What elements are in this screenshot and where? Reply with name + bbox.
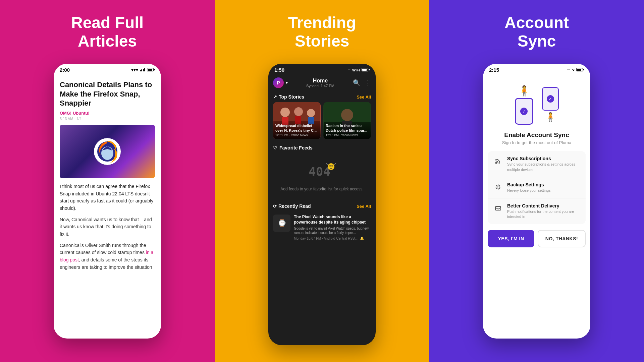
recently-read-label: ⟳ Recently Read: [273, 203, 311, 209]
signal-icon: [140, 67, 146, 72]
avatar[interactable]: P: [273, 77, 284, 88]
error-404-icon: 404: [307, 161, 337, 184]
article-body-1: I think most of us can agree that the Fi…: [60, 183, 155, 212]
no-button[interactable]: NO, THANKS!: [538, 230, 586, 247]
recently-text: The Pixel Watch sounds like a powerhouse…: [294, 215, 371, 240]
recently-read-section: ⟳ Recently Read See All ⌚ The Pixel Watc…: [268, 201, 376, 243]
empty-feeds-text: Add feeds to your favorite list for quic…: [280, 187, 363, 191]
feature-title-3: Better Content Delivery: [507, 203, 580, 208]
empty-404-icon: 404: [307, 161, 337, 181]
home-header-right: 🔍 ⋮: [353, 79, 371, 86]
feature-item-1: Sync Subscriptions Sync your subscriptio…: [488, 151, 586, 177]
article-content: Canonical Details Plans to Make the Fire…: [54, 75, 161, 339]
status-time-center: 1:50: [274, 67, 284, 73]
sync-title: Enable Account Sync: [483, 131, 590, 139]
svg-point-5: [280, 108, 290, 117]
favorite-feeds-section: ♡ Favorite Feeds 404 Add feed: [268, 143, 376, 201]
svg-point-17: [329, 165, 331, 167]
feature-desc-2: Nevery loose your settings: [507, 188, 580, 193]
phone-right: 2:15 ··· ∿ 🧍 ✓: [483, 64, 590, 339]
sync-subtitle: Sign In to get the most out of Pluma: [483, 140, 590, 145]
article-title: Canonical Details Plans to Make the Fire…: [60, 80, 155, 108]
svg-text:404: 404: [309, 165, 330, 178]
status-time-right: 2:15: [489, 67, 499, 73]
chevron-down-icon[interactable]: ▾: [286, 80, 288, 85]
feature-desc-3: Push notifications for the content you a…: [507, 209, 580, 220]
feature-item-3: Better Content Delivery Push notificatio…: [488, 198, 586, 224]
recently-desc: Google is yet to unveil Pixel Watch spec…: [294, 226, 371, 235]
status-icons-right: ··· ∿: [567, 68, 584, 72]
phone-icon-small-left: ✓: [515, 98, 533, 125]
svg-point-22: [497, 186, 499, 188]
news-card-1[interactable]: Widespread disbelief over N. Korea's tin…: [273, 102, 321, 139]
sync-illustration: 🧍 ✓ ✓ 🧍: [483, 75, 590, 131]
sync-features-list: Sync Subscriptions Sync your subscriptio…: [488, 151, 586, 224]
news-meta-1: 12:31 PM · Yahoo News: [275, 133, 318, 137]
svg-point-16: [328, 163, 334, 170]
article-body-2: Now, Canonical wants us to know that – a…: [60, 216, 155, 238]
news-headline-1: Widespread disbelief over N. Korea's tin…: [275, 123, 318, 133]
feature-title-2: Backup Settings: [507, 182, 580, 187]
feature-title-1: Sync Subscriptions: [507, 156, 580, 161]
status-icons-left: ▾▾▾: [131, 67, 155, 72]
recently-read-see-all[interactable]: See All: [357, 204, 371, 209]
news-card-2[interactable]: Racism in the ranks: Dutch police film s…: [323, 102, 371, 139]
empty-state: 404 Add feeds to your favorite list for …: [273, 154, 371, 197]
status-time-left: 2:00: [60, 67, 70, 73]
phone-center: 1:50 ··· WiFi P ▾ Home Synced: 1:47: [268, 64, 376, 345]
svg-line-20: [334, 163, 336, 165]
home-header-left: P ▾: [273, 77, 288, 88]
panel-left: Read Full Articles 2:00 ▾▾▾: [0, 0, 215, 362]
dots-icon-right: ···: [567, 68, 570, 72]
firefox-logo-icon: [91, 135, 124, 168]
recently-meta: Monday 10:07 PM · Android Central RSS...…: [294, 237, 371, 240]
svg-point-18: [331, 165, 333, 167]
article-image: [60, 125, 155, 178]
svg-point-9: [307, 109, 315, 117]
top-stories-see-all[interactable]: See All: [357, 95, 371, 100]
wifi-icon: ▾▾▾: [131, 67, 138, 72]
status-bar-right: 2:15 ··· ∿: [483, 64, 590, 75]
gear-icon: [493, 182, 503, 192]
battery-icon: [147, 68, 155, 72]
news-card-overlay-1: Widespread disbelief over N. Korea's tin…: [273, 121, 321, 139]
search-icon[interactable]: 🔍: [353, 79, 360, 86]
feature-text-2: Backup Settings Nevery loose your settin…: [507, 182, 580, 193]
trending-icon: ↗: [273, 94, 277, 100]
status-icons-center: ··· WiFi: [348, 68, 370, 72]
feature-desc-1: Sync your subscriptions & settings acros…: [507, 162, 580, 172]
article-body-3: Canonical's Oliver Smith runs through th…: [60, 242, 155, 271]
heart-icon: ♡: [273, 145, 277, 150]
check-icon-right: ✓: [547, 95, 554, 103]
svg-point-21: [495, 162, 497, 164]
svg-point-7: [294, 107, 303, 116]
panel-center: Trending Stories 1:50 ··· WiFi P ▾: [215, 0, 429, 362]
article-source: OMG! Ubuntu!: [60, 111, 155, 116]
wifi-icon-right: ∿: [572, 68, 575, 72]
dots-icon: ···: [348, 68, 351, 72]
yes-button[interactable]: YES, I'M IN: [488, 230, 534, 247]
notification-icon: 🔔: [360, 237, 364, 240]
delivery-icon: [493, 203, 503, 213]
wifi-icon-dark: WiFi: [352, 68, 360, 72]
panel-right: Account Sync 2:15 ··· ∿ 🧍: [429, 0, 644, 362]
status-bar-left: 2:00 ▾▾▾: [54, 64, 161, 75]
news-headline-2: Racism in the ranks: Dutch police film s…: [326, 123, 369, 133]
article-time: 3:13 AM · 1/4: [60, 117, 155, 121]
check-icon-left: ✓: [520, 108, 528, 115]
news-grid: Widespread disbelief over N. Korea's tin…: [268, 102, 376, 143]
recently-thumb: ⌚: [273, 215, 290, 232]
panel-right-title: Account Sync: [504, 13, 569, 50]
recently-title: The Pixel Watch sounds like a powerhouse…: [294, 215, 371, 225]
status-bar-center: 1:50 ··· WiFi: [268, 64, 376, 75]
top-stories-label: ↗ Top Stories: [273, 94, 304, 100]
battery-icon-dark: [362, 68, 370, 72]
feature-text-3: Better Content Delivery Push notificatio…: [507, 203, 580, 220]
recently-read-item[interactable]: ⌚ The Pixel Watch sounds like a powerhou…: [273, 211, 371, 243]
news-meta-2: 12:18 PM · Yahoo News: [326, 133, 369, 137]
news-card-overlay-2: Racism in the ranks: Dutch police film s…: [323, 121, 371, 139]
svg-point-13: [341, 109, 353, 121]
home-title: Home: [306, 78, 334, 84]
more-icon[interactable]: ⋮: [365, 79, 371, 86]
sync-status: Synced: 1:47 PM: [306, 84, 334, 88]
